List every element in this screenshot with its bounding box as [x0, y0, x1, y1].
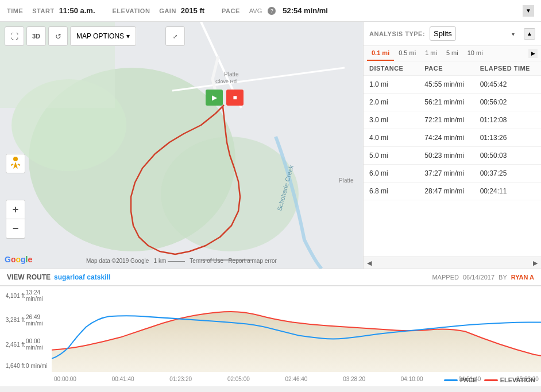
x-label-4: 02:05:00 — [227, 376, 250, 382]
chart-y-labels: 4,101 ft 13:24 min/mi 3,281 ft 26:49 min… — [0, 286, 52, 372]
mapped-date: 06/14/2017 — [463, 274, 494, 281]
x-label-3: 01:23:20 — [169, 376, 192, 382]
analysis-type-select-wrapper: Splits ▾ — [430, 26, 519, 41]
expand-button[interactable]: ⤢ — [165, 26, 185, 46]
pace-info-icon[interactable]: ? — [268, 7, 276, 15]
analysis-type-select[interactable]: Splits — [430, 26, 456, 41]
chart-svg — [52, 286, 541, 372]
row-pace: 56:21 min/mi — [424, 98, 480, 106]
table-row: 3.0 mi 72:21 min/mi 01:12:08 — [364, 111, 541, 129]
scroll-up-button[interactable]: ▲ — [524, 28, 535, 40]
route-markers: ▶ ■ — [206, 90, 244, 106]
row-elapsed: 00:24:11 — [480, 187, 535, 195]
map-options-chevron: ▾ — [126, 32, 130, 40]
map-background: Schoharie Creek Platte Clove Rd Platte — [0, 22, 363, 269]
svg-text:Platte: Platte — [224, 71, 239, 77]
row-pace: 28:47 min/mi — [424, 187, 480, 195]
tabs-scroll-right[interactable]: ▶ — [528, 49, 538, 58]
avg-label: AVG — [249, 7, 262, 14]
y-label-row-4: 1,640 ft 0 min/mi — [2, 363, 49, 369]
table-row: 2.0 mi 56:21 min/mi 00:56:02 — [364, 94, 541, 111]
table-row: 1.0 mi 45:55 min/mi 00:45:42 — [364, 76, 541, 94]
fullscreen-button[interactable]: ⛶ — [5, 26, 24, 46]
3d-button[interactable]: 3D — [26, 26, 46, 46]
pace-line-icon — [444, 379, 458, 381]
row-pace: 72:21 min/mi — [424, 116, 480, 124]
zoom-controls: + − — [6, 200, 25, 239]
pace-section: PACE AVG ? 52:54 min/mi — [222, 6, 328, 15]
distance-tabs: 0.1 mi 0.5 mi 1 mi 5 mi 10 mi ▶ — [364, 46, 541, 61]
map-options-label: MAP OPTIONS — [76, 32, 124, 40]
x-label-5: 02:46:40 — [285, 376, 308, 382]
time-label: TIME — [7, 7, 23, 14]
tab-5mi[interactable]: 5 mi — [442, 46, 463, 61]
google-logo: Google — [5, 255, 32, 264]
x-label-2: 00:41:40 — [112, 376, 134, 382]
mapped-user: RYAN A — [511, 274, 534, 281]
row-pace: 74:24 min/mi — [424, 134, 480, 142]
col-header-pace: PACE — [424, 65, 480, 72]
mapped-label: MAPPED — [432, 274, 458, 281]
analysis-type-label: ANALYSIS TYPE: — [369, 30, 425, 37]
tab-1mi[interactable]: 1 mi — [420, 46, 442, 61]
row-elapsed: 00:56:02 — [480, 98, 535, 106]
row-distance: 1.0 mi — [369, 80, 424, 88]
y-elev-1: 4,101 ft — [2, 293, 25, 299]
mapped-info: MAPPED 06/14/2017 BY RYAN A — [432, 274, 534, 281]
elevation-line-icon — [484, 379, 498, 381]
x-label-7: 04:10:00 — [401, 376, 423, 382]
table-row: 6.0 mi 37:27 min/mi 00:37:25 — [364, 165, 541, 183]
main-area: Schoharie Creek Platte Clove Rd Platte ⛶… — [0, 22, 541, 269]
map-section: Schoharie Creek Platte Clove Rd Platte ⛶… — [0, 22, 363, 269]
x-label-6: 03:28:20 — [343, 376, 365, 382]
svg-text:Platte: Platte — [339, 177, 354, 184]
end-marker: ■ — [226, 90, 244, 106]
row-elapsed: 01:12:08 — [480, 116, 535, 124]
svg-text:Clove Rd: Clove Rd — [215, 79, 237, 84]
y-label-row-2: 3,281 ft 26:49 min/mi — [2, 314, 49, 327]
legend-elevation: ELEVATION — [484, 377, 535, 383]
time-section: TIME START 11:50 a.m. — [7, 6, 95, 15]
person-icon[interactable] — [6, 154, 25, 173]
tab-0.5mi[interactable]: 0.5 mi — [394, 46, 420, 61]
map-attribution: Map data ©2019 Google 1 km ——— Terms of … — [86, 258, 277, 264]
row-distance: 3.0 mi — [369, 116, 424, 124]
map-options-button[interactable]: MAP OPTIONS ▾ — [70, 26, 136, 46]
y-pace-2: 26:49 min/mi — [26, 314, 49, 327]
y-elev-4: 1,640 ft — [2, 363, 25, 369]
attribution-text: Map data ©2019 Google 1 km ——— Terms of … — [86, 258, 277, 264]
map-top-right-controls: ⤢ — [165, 26, 185, 46]
row-elapsed: 00:45:42 — [480, 80, 535, 88]
y-pace-1: 13:24 min/mi — [26, 289, 49, 302]
row-distance: 4.0 mi — [369, 134, 424, 142]
chart-legend: PACE ELEVATION — [444, 377, 535, 383]
start-label: START — [32, 7, 54, 14]
gain-label: GAIN — [159, 7, 176, 14]
zoom-out-button[interactable]: − — [6, 219, 25, 239]
elevation-label: ELEVATION — [113, 7, 150, 14]
row-elapsed: 01:13:26 — [480, 134, 535, 142]
refresh-button[interactable]: ↺ — [48, 26, 68, 46]
route-name-link[interactable]: sugarloaf catskill — [54, 273, 110, 281]
tab-0.1mi[interactable]: 0.1 mi — [367, 46, 394, 61]
y-elev-3: 2,461 ft — [2, 341, 25, 348]
splits-table-header: DISTANCE PACE ELAPSED TIME — [364, 61, 541, 76]
y-label-row-1: 4,101 ft 13:24 min/mi — [2, 289, 49, 302]
row-elapsed: 00:50:03 — [480, 152, 535, 160]
table-row: 6.8 mi 28:47 min/mi 00:24:11 — [364, 183, 541, 200]
zoom-in-button[interactable]: + — [6, 200, 25, 219]
header-dropdown-arrow[interactable]: ▼ — [523, 5, 534, 17]
y-pace-3: 00:00 min/mi — [26, 338, 49, 351]
start-value: 11:50 a.m. — [59, 6, 95, 15]
y-label-row-3: 2,461 ft 00:00 min/mi — [2, 338, 49, 351]
analysis-panel: ANALYSIS TYPE: Splits ▾ ▲ 0.1 mi 0.5 mi … — [363, 22, 541, 269]
row-pace: 37:27 min/mi — [424, 169, 480, 177]
nav-left-arrow[interactable]: ◀ — [364, 257, 375, 269]
x-label-1: 00:00:00 — [54, 376, 76, 382]
tab-10mi[interactable]: 10 mi — [463, 46, 488, 61]
row-distance: 6.8 mi — [369, 187, 424, 195]
table-row: 5.0 mi 50:23 min/mi 00:50:03 — [364, 147, 541, 165]
nav-right-arrow[interactable]: ▶ — [530, 257, 541, 269]
col-header-distance: DISTANCE — [369, 65, 424, 72]
header-bar: TIME START 11:50 a.m. ELEVATION GAIN 201… — [0, 0, 541, 22]
